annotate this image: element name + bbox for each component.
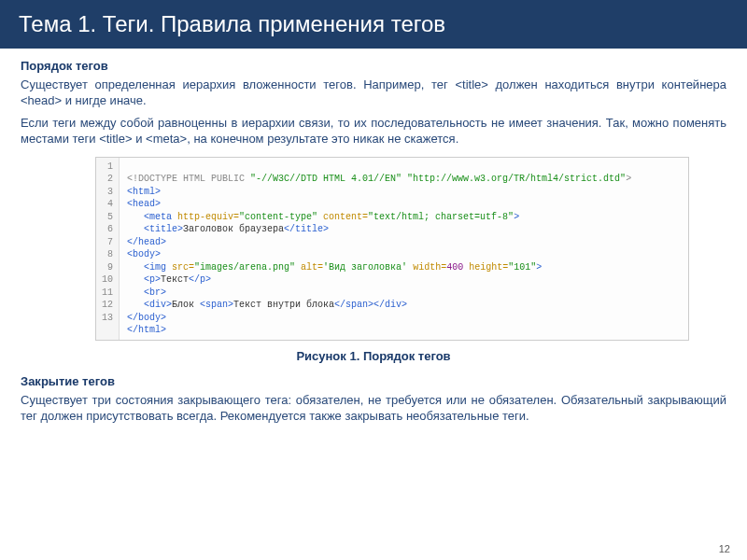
code-token: src= bbox=[172, 262, 194, 273]
code-token: </html> bbox=[127, 325, 166, 335]
code-token: </p> bbox=[189, 274, 211, 285]
code-token: Текст внутри блока bbox=[233, 300, 334, 310]
section2-p1: Существует три состояния закрывающего те… bbox=[21, 392, 726, 425]
slide-title: Тема 1. Теги. Правила применения тегов bbox=[0, 0, 747, 49]
code-token: "text/html; charset=utf-8" bbox=[368, 212, 514, 222]
code-token: </title> bbox=[284, 224, 329, 234]
code-block: 1 2 3 4 5 6 7 8 9 10 11 12 13 <!DOCTYPE … bbox=[95, 157, 689, 341]
code-token: <body> bbox=[127, 249, 161, 259]
code-token: > bbox=[514, 212, 519, 222]
code-token: 'Вид заголовка' bbox=[323, 262, 407, 273]
code-token: Текст bbox=[161, 274, 189, 285]
code-token: http-equiv= bbox=[177, 212, 239, 222]
code-token: alt= bbox=[295, 262, 323, 273]
code-token: <p> bbox=[144, 274, 161, 285]
figure-caption: Рисунок 1. Порядок тегов bbox=[21, 348, 726, 365]
code-token: height= bbox=[463, 262, 508, 273]
code-token: <div> bbox=[144, 300, 172, 310]
code-token: 400 bbox=[446, 262, 463, 273]
section1-p2: Если теги между собой равноценны в иерар… bbox=[21, 115, 726, 147]
code-token: </span></div> bbox=[334, 300, 407, 310]
page-number: 12 bbox=[719, 543, 730, 554]
code-token: </body> bbox=[127, 313, 166, 323]
code-token: "images/arena.png" bbox=[194, 262, 295, 273]
code-token: Заголовок браузера bbox=[183, 224, 284, 234]
code-token: width= bbox=[407, 262, 446, 273]
code-token: <title> bbox=[144, 224, 183, 234]
code-token: "content-type" bbox=[239, 212, 317, 222]
code-token: </head> bbox=[127, 237, 166, 247]
code-lines: <!DOCTYPE HTML PUBLIC "-//W3C//DTD HTML … bbox=[120, 158, 639, 340]
code-token: content= bbox=[317, 212, 368, 222]
code-token: "-//W3C//DTD HTML 4.01//EN" "http://www.… bbox=[250, 174, 626, 184]
code-token: <span> bbox=[200, 300, 233, 310]
code-token: > bbox=[536, 262, 542, 273]
section2-heading: Закрытие тегов bbox=[21, 373, 726, 390]
code-token: Блок bbox=[172, 300, 200, 310]
code-token: <html> bbox=[127, 187, 161, 197]
code-token: <br> bbox=[144, 287, 166, 298]
section1-heading: Порядок тегов bbox=[21, 58, 726, 75]
code-token: > bbox=[626, 174, 631, 184]
code-token: <!DOCTYPE HTML PUBLIC bbox=[127, 174, 250, 184]
code-token: <img bbox=[144, 262, 172, 273]
line-gutter: 1 2 3 4 5 6 7 8 9 10 11 12 13 bbox=[96, 158, 120, 340]
section1-p1: Существует определенная иерархия вложенн… bbox=[21, 77, 726, 109]
code-token: <head> bbox=[127, 199, 161, 209]
code-token: <meta bbox=[144, 212, 177, 222]
code-token: "101" bbox=[508, 262, 536, 273]
content-area: Порядок тегов Существует определенная ие… bbox=[0, 49, 747, 440]
